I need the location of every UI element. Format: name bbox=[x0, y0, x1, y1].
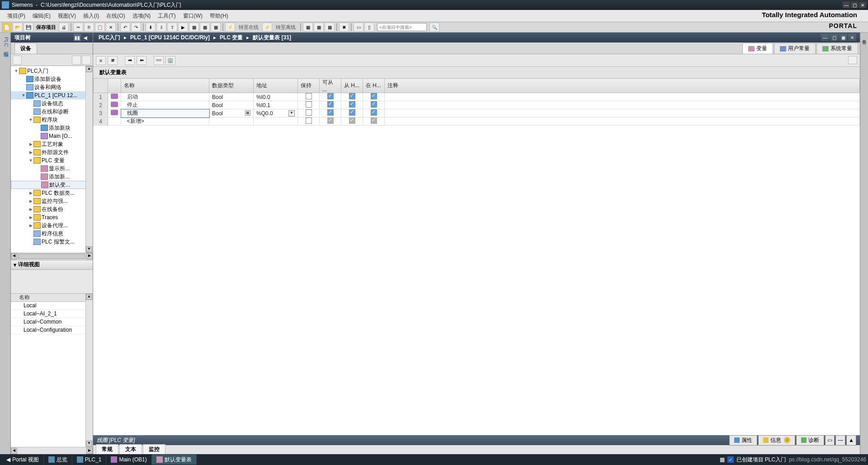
expand-icon[interactable]: ▼ bbox=[28, 117, 33, 122]
var-row[interactable]: 1 启动Bool%I0.0 bbox=[94, 93, 860, 101]
go-online-label[interactable]: 转至在线 bbox=[236, 24, 261, 31]
chevron-down-icon[interactable]: ▾ bbox=[14, 262, 16, 268]
et-btn-6[interactable]: 🏢 bbox=[165, 56, 175, 65]
expand-icon[interactable]: ▶ bbox=[28, 199, 33, 203]
tree-node[interactable]: ▶PLC 数据类... bbox=[11, 189, 93, 197]
tree-node[interactable]: 设备组态 bbox=[11, 99, 93, 108]
tree-node[interactable]: PLC 报警文... bbox=[11, 238, 93, 246]
download-icon[interactable]: ⇩ bbox=[156, 23, 166, 32]
subtab-text[interactable]: 文本 bbox=[119, 444, 142, 454]
tree-node[interactable]: ▶设备代理... bbox=[11, 221, 93, 230]
save-icon[interactable]: 💾 bbox=[24, 23, 33, 32]
scroll-up-icon[interactable]: ▲ bbox=[86, 66, 92, 72]
search-input[interactable] bbox=[377, 23, 427, 31]
bc-part-4[interactable]: 默认变量表 [31] bbox=[251, 34, 293, 42]
paste-icon[interactable]: 📋 bbox=[95, 23, 105, 32]
tree-node[interactable]: ▶在线备份 bbox=[11, 205, 93, 213]
detail-scroll-down-icon[interactable]: ▼ bbox=[86, 441, 92, 447]
maximize-button[interactable]: ▢ bbox=[851, 2, 858, 8]
cut-icon[interactable]: ✂ bbox=[73, 23, 83, 32]
tree-node[interactable]: ▶Traces bbox=[11, 213, 93, 221]
tb-icon-f[interactable]: ▦ bbox=[325, 23, 335, 32]
et-btn-3[interactable]: ➡ bbox=[125, 56, 135, 65]
et-btn-right[interactable] bbox=[848, 56, 857, 64]
expand-icon[interactable]: ▶ bbox=[28, 191, 33, 195]
bp-restore-icon[interactable]: — bbox=[835, 435, 845, 446]
tree-node[interactable]: 设备和网络 bbox=[11, 83, 93, 91]
editor-close-icon[interactable]: ✕ bbox=[848, 34, 856, 41]
acc-checkbox[interactable] bbox=[327, 117, 334, 124]
et-btn-4[interactable]: ⬅ bbox=[137, 56, 146, 65]
detail-row[interactable]: Local~Configuration bbox=[11, 326, 93, 334]
hscroll-right-icon[interactable]: ▶ bbox=[86, 253, 93, 259]
vis-checkbox[interactable] bbox=[371, 101, 377, 108]
portal-view-button[interactable]: ◀Portal 视图 bbox=[2, 455, 44, 465]
save-label[interactable]: 保存项目 bbox=[34, 24, 58, 31]
menu-view[interactable]: 视图(V) bbox=[54, 11, 80, 21]
tab-user-constants[interactable]: 用户常量 bbox=[774, 43, 816, 54]
menu-options[interactable]: 选项(N) bbox=[129, 11, 155, 21]
print-icon[interactable]: 🖨 bbox=[59, 23, 69, 32]
retain-checkbox[interactable] bbox=[306, 93, 312, 99]
et-btn-2[interactable]: ≢ bbox=[108, 56, 118, 65]
tree-node[interactable]: 程序信息 bbox=[11, 230, 93, 238]
expand-icon[interactable]: ▼ bbox=[28, 158, 33, 163]
menu-online[interactable]: 在线(O) bbox=[103, 11, 128, 21]
tab-variables[interactable]: 变量 bbox=[742, 43, 773, 54]
bc-part-3[interactable]: PLC 变量 bbox=[218, 34, 245, 42]
expand-icon[interactable]: ▶ bbox=[28, 150, 33, 155]
tree-btn-1[interactable] bbox=[13, 56, 22, 65]
expand-icon[interactable]: ▼ bbox=[21, 93, 26, 98]
copy-icon[interactable]: ⎘ bbox=[84, 23, 94, 32]
tree-node[interactable]: ▶工艺对象 bbox=[11, 140, 93, 148]
detail-row[interactable]: Local~Common bbox=[11, 318, 93, 326]
col-retain[interactable]: 保持 bbox=[298, 79, 320, 93]
tree-node[interactable]: 默认变... bbox=[11, 181, 93, 189]
col-type[interactable]: 数据类型 bbox=[209, 79, 254, 93]
taskbar-plc1[interactable]: PLC_1 bbox=[72, 455, 107, 465]
split-h-icon[interactable]: ▭ bbox=[354, 23, 363, 32]
wri-checkbox[interactable] bbox=[349, 93, 355, 99]
new-project-icon[interactable]: 📄 bbox=[2, 23, 12, 32]
bp-expand-icon[interactable]: ▲ bbox=[846, 435, 856, 446]
et-btn-1[interactable]: ≡ bbox=[96, 56, 106, 65]
tab-diagnostics[interactable]: 诊断 bbox=[796, 435, 824, 446]
panel-collapse-icon[interactable]: ◀ bbox=[82, 34, 89, 41]
editor-restore-icon[interactable]: ▢ bbox=[830, 34, 838, 41]
type-picker-icon[interactable]: ▦ bbox=[245, 110, 250, 116]
detail-hscroll-right-icon[interactable]: ▶ bbox=[86, 448, 93, 454]
expand-icon[interactable]: ▼ bbox=[14, 69, 19, 73]
scroll-down-icon[interactable]: ▼ bbox=[86, 246, 92, 253]
var-row[interactable]: 2 停止Bool%I0.1 bbox=[94, 101, 860, 109]
menu-insert[interactable]: 插入(I) bbox=[80, 11, 103, 21]
editor-maximize-icon[interactable]: ▣ bbox=[839, 34, 847, 41]
expand-icon[interactable]: ▶ bbox=[28, 215, 33, 220]
compile-icon[interactable]: ⬇ bbox=[146, 23, 156, 32]
tree-node[interactable]: ▼PLC_1 [CPU 12... bbox=[11, 91, 93, 99]
wri-checkbox[interactable] bbox=[349, 109, 355, 116]
col-name[interactable]: 名称 bbox=[121, 79, 209, 93]
tb-icon-c[interactable]: ▦ bbox=[211, 23, 221, 32]
menu-tools[interactable]: 工具(T) bbox=[154, 11, 179, 21]
col-acc[interactable]: 可从 ... bbox=[320, 79, 341, 93]
minimize-button[interactable]: — bbox=[843, 2, 850, 8]
subtab-monitor[interactable]: 监控 bbox=[143, 444, 165, 454]
tree-node[interactable]: ▼PLC 变量 bbox=[11, 156, 93, 164]
wri-checkbox[interactable] bbox=[349, 101, 355, 108]
bp-min-icon[interactable]: ▭ bbox=[825, 435, 835, 446]
search-go-icon[interactable]: 🔍 bbox=[429, 23, 439, 32]
right-sidebar-tab[interactable]: 任务 bbox=[860, 33, 868, 40]
tab-system-constants[interactable]: 系统常量 bbox=[816, 43, 858, 54]
col-wri[interactable]: 从 H... bbox=[341, 79, 363, 93]
tree-node[interactable]: 显示所... bbox=[11, 164, 93, 173]
col-vis[interactable]: 在 H... bbox=[363, 79, 385, 93]
acc-checkbox[interactable] bbox=[327, 93, 334, 99]
tb-icon-b[interactable]: ▦ bbox=[200, 23, 210, 32]
delete-icon[interactable]: ✕ bbox=[106, 23, 116, 32]
vis-checkbox[interactable] bbox=[371, 93, 377, 99]
retain-checkbox[interactable] bbox=[306, 101, 312, 108]
tree-node[interactable]: 在线和诊断 bbox=[11, 108, 93, 116]
go-offline-label[interactable]: 转至离线 bbox=[273, 24, 298, 31]
go-offline-icon[interactable]: ⚡ bbox=[262, 23, 272, 32]
et-btn-5[interactable]: 👓 bbox=[154, 56, 164, 65]
